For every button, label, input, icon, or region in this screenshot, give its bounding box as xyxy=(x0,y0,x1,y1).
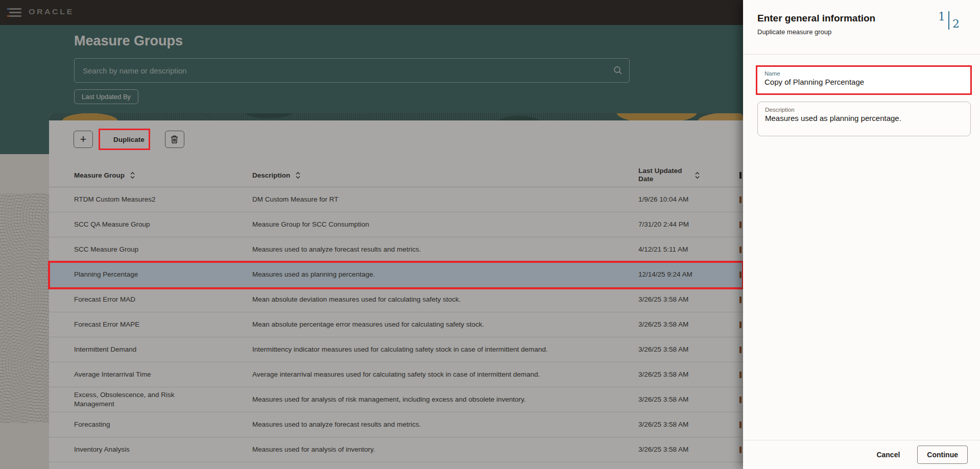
cancel-button[interactable]: Cancel xyxy=(876,451,900,459)
step-indicator: 1 2 xyxy=(937,9,964,36)
step-current: 1 xyxy=(938,10,945,23)
modal-scrim xyxy=(0,0,743,469)
description-field-value[interactable]: Measures used as planning percentage. xyxy=(765,114,963,122)
drawer-subtitle: Duplicate measure group xyxy=(757,28,831,36)
name-field-label: Name xyxy=(764,70,963,77)
name-field[interactable]: Name Copy of Planning Percentage xyxy=(756,65,972,95)
continue-button[interactable]: Continue xyxy=(917,446,968,464)
step-divider xyxy=(948,11,949,30)
step-total: 2 xyxy=(952,17,960,30)
name-field-value[interactable]: Copy of Planning Percentage xyxy=(764,78,963,86)
drawer-footer: Cancel Continue xyxy=(743,440,980,469)
description-field-label: Description xyxy=(765,107,963,113)
description-field[interactable]: Description Measures used as planning pe… xyxy=(757,102,971,136)
drawer-title: Enter general information xyxy=(757,13,875,24)
drawer-header: Enter general information Duplicate meas… xyxy=(743,0,980,55)
